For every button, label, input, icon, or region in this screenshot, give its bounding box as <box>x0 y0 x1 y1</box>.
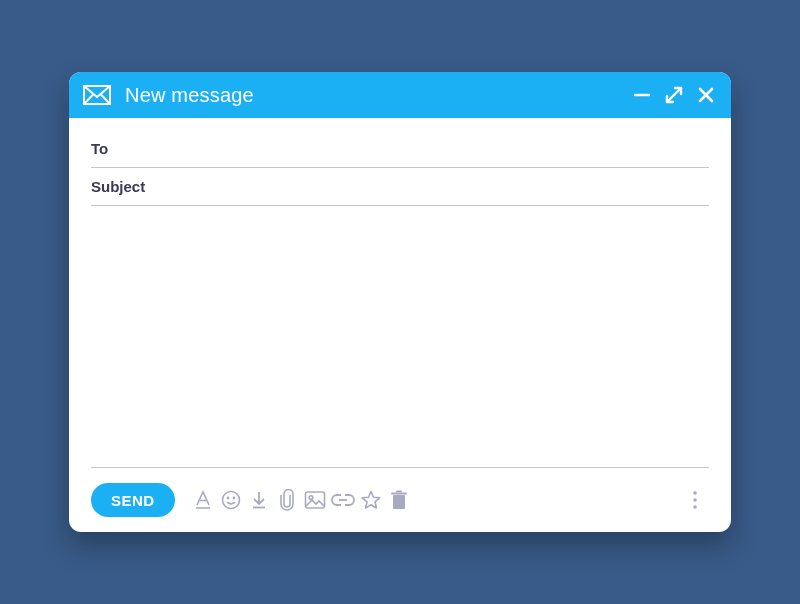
svg-point-7 <box>227 497 228 498</box>
svg-point-12 <box>309 496 313 500</box>
svg-point-19 <box>693 505 697 509</box>
attachment-icon[interactable] <box>273 486 301 514</box>
compose-toolbar: SEND <box>69 468 731 532</box>
send-button[interactable]: SEND <box>91 483 175 517</box>
message-body[interactable] <box>91 206 709 468</box>
compose-body <box>69 118 731 468</box>
svg-rect-15 <box>391 493 407 495</box>
svg-rect-11 <box>305 492 324 508</box>
titlebar: New message <box>69 72 731 118</box>
trash-icon[interactable] <box>385 486 413 514</box>
font-icon[interactable] <box>189 486 217 514</box>
expand-icon[interactable] <box>665 86 683 104</box>
svg-point-18 <box>693 498 697 502</box>
svg-point-6 <box>222 492 239 509</box>
close-icon[interactable] <box>697 86 715 104</box>
image-icon[interactable] <box>301 486 329 514</box>
svg-rect-16 <box>396 491 402 493</box>
link-icon[interactable] <box>329 486 357 514</box>
subject-field[interactable] <box>91 168 709 206</box>
mail-icon <box>83 85 111 105</box>
minimize-icon[interactable] <box>633 86 651 104</box>
svg-point-8 <box>233 497 234 498</box>
svg-point-17 <box>693 491 697 495</box>
svg-rect-14 <box>393 495 405 509</box>
compose-window: New message SEND <box>69 72 731 532</box>
emoji-icon[interactable] <box>217 486 245 514</box>
window-title: New message <box>125 84 254 107</box>
star-icon[interactable] <box>357 486 385 514</box>
to-field[interactable] <box>91 130 709 168</box>
more-options-icon[interactable] <box>681 486 709 514</box>
download-icon[interactable] <box>245 486 273 514</box>
